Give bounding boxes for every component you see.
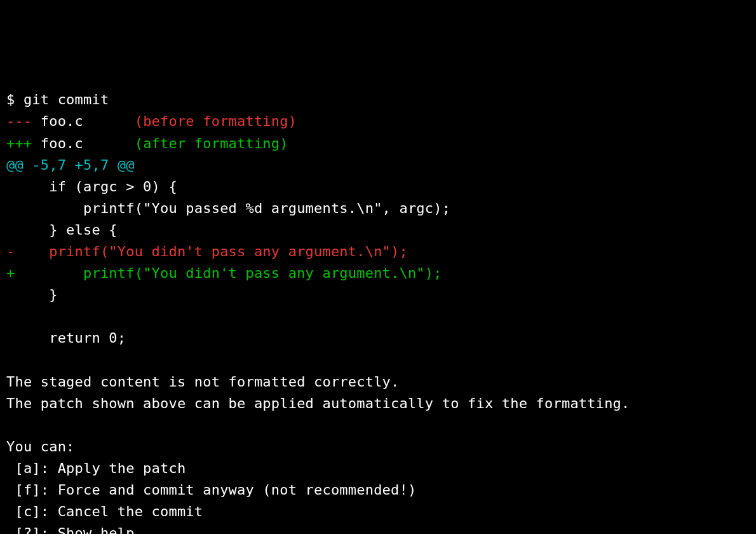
diff-hunk-header: @@ -5,7 +5,7 @@	[6, 157, 135, 173]
command-text: git commit	[24, 92, 109, 107]
terminal-output: $ git commit --- foo.c (before formattin…	[6, 89, 750, 534]
minus-note: (before formatting)	[135, 113, 297, 129]
options-header: You can:	[6, 439, 75, 455]
diff-context-line: }	[6, 287, 58, 303]
diff-context-line: printf("You passed %d arguments.\n", arg…	[6, 200, 450, 216]
diff-context-line	[6, 308, 15, 324]
option-help: [?]: Show help	[6, 525, 135, 534]
status-message: The staged content is not formatted corr…	[6, 374, 399, 390]
command-line: $ git commit	[6, 92, 109, 107]
minus-filename: foo.c	[41, 113, 83, 129]
plus-pad	[83, 135, 135, 151]
plus-filename: foo.c	[41, 135, 83, 151]
prompt-symbol: $	[6, 92, 24, 107]
diff-plus-header: +++ foo.c (after formatting)	[6, 135, 288, 151]
added-marker: +	[6, 265, 15, 281]
minus-prefix: ---	[6, 113, 41, 129]
status-message: The patch shown above can be applied aut…	[6, 395, 630, 411]
diff-context-line: } else {	[6, 222, 118, 238]
diff-removed-line: - printf("You didn't pass any argument.\…	[6, 243, 408, 259]
option-cancel: [c]: Cancel the commit	[6, 503, 203, 519]
diff-context-line: return 0;	[6, 330, 126, 346]
option-force: [f]: Force and commit anyway (not recomm…	[6, 482, 416, 498]
removed-text: printf("You didn't pass any argument.\n"…	[15, 243, 407, 259]
removed-marker: -	[6, 243, 15, 259]
minus-pad	[83, 113, 135, 129]
diff-added-line: + printf("You didn't pass any argument.\…	[6, 265, 442, 281]
plus-note: (after formatting)	[135, 135, 288, 151]
option-apply: [a]: Apply the patch	[6, 460, 186, 476]
plus-prefix: +++	[6, 135, 41, 151]
diff-context-line: if (argc > 0) {	[6, 179, 177, 195]
diff-minus-header: --- foo.c (before formatting)	[6, 113, 297, 129]
added-text: printf("You didn't pass any argument.\n"…	[15, 265, 442, 281]
